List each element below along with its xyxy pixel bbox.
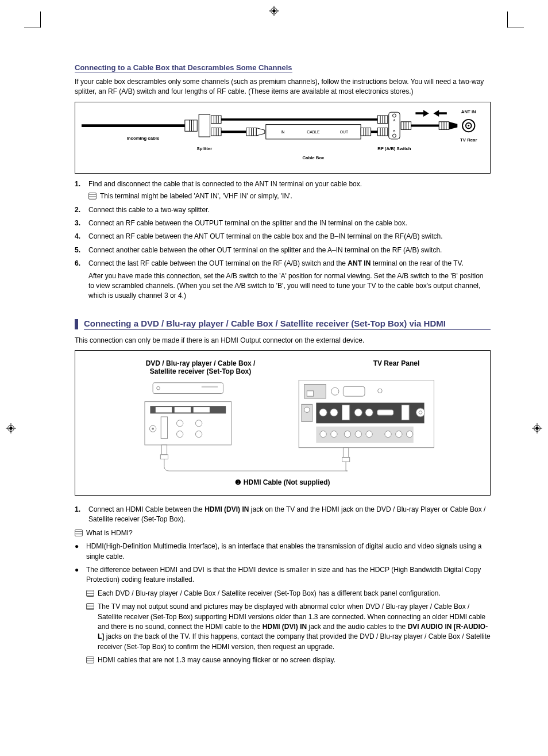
svg-marker-74 <box>415 110 429 117</box>
step-number: 4. <box>75 232 88 241</box>
section1-intro: If your cable box descrambles only some … <box>75 77 491 97</box>
hdmi-cable-label: ❶ HDMI Cable (Not supplied) <box>87 478 478 486</box>
bullet-hdmi-vs-dvi: ● The difference between HDMI and DVI is… <box>75 565 491 669</box>
step-2: 2.Connect this cable to a two-way splitt… <box>75 205 491 215</box>
step-text: Connect the last RF cable between the OU… <box>88 259 464 267</box>
section2-notes: What is HDMI? ● HDMI(High-Definition Mul… <box>75 528 491 669</box>
svg-rect-100 <box>307 391 313 396</box>
svg-rect-125 <box>343 448 348 458</box>
svg-rect-102 <box>343 386 365 396</box>
step-number: 3. <box>75 218 88 228</box>
svg-point-105 <box>304 407 310 412</box>
note-icon <box>86 603 94 610</box>
step-1-hdmi: 1. Connect an HDMI Cable between the HDM… <box>75 505 491 525</box>
section-heading-hdmi: Connecting a DVD / Blu-ray player / Cabl… <box>84 318 491 330</box>
svg-text:OUT: OUT <box>340 130 348 134</box>
svg-rect-101 <box>331 387 339 395</box>
step-text: Connect another cable between the other … <box>88 245 491 255</box>
svg-point-124 <box>407 431 413 438</box>
svg-point-118 <box>331 431 337 438</box>
registration-mark-icon <box>6 423 16 433</box>
step-number: 1. <box>75 505 88 525</box>
svg-point-114 <box>416 408 424 417</box>
svg-rect-87 <box>175 407 191 412</box>
svg-rect-112 <box>377 410 393 415</box>
svg-text:Cable Box: Cable Box <box>302 155 325 160</box>
crop-mark <box>507 11 508 28</box>
section1-steps: 1. Find and disconnect the cable that is… <box>75 179 491 301</box>
step-6: 6. Connect the last RF cable between the… <box>75 259 491 301</box>
step-4: 4.Connect an RF cable between the ANT OU… <box>75 232 491 241</box>
svg-point-79 <box>468 125 469 126</box>
note-icon <box>75 529 83 536</box>
svg-point-90 <box>152 428 154 430</box>
crop-mark <box>508 28 524 28</box>
note-text: What is HDMI? <box>86 528 491 538</box>
note-icon <box>88 193 97 199</box>
svg-point-122 <box>385 431 391 438</box>
section2-intro: This connection can only be made if ther… <box>75 336 491 346</box>
svg-rect-113 <box>402 405 409 420</box>
diagram-cable-box-connection: Incoming cable Splitter IN CABLE OUT Cab… <box>75 102 491 174</box>
diagram-right-label: TV Rear Panel <box>373 359 420 375</box>
registration-mark-icon <box>269 6 279 16</box>
step-number: 5. <box>75 245 88 255</box>
step-5: 5.Connect another cable between the othe… <box>75 245 491 255</box>
bullet-hdmi-def: ● HDMI(High-Definition Multimedia Interf… <box>75 542 491 562</box>
step-1: 1. Find and disconnect the cable that is… <box>75 179 491 202</box>
page-content: Connecting to a Cable Box that Descrambl… <box>0 11 548 756</box>
svg-marker-42 <box>256 128 265 136</box>
step-text: Connect an HDMI Cable between the HDMI (… <box>88 505 491 525</box>
crop-mark <box>40 11 41 28</box>
nested-note-1: Each DVD / Blu-ray player / Cable Box / … <box>86 589 491 598</box>
svg-point-108 <box>330 409 338 416</box>
svg-text:Incoming cable: Incoming cable <box>127 136 160 141</box>
svg-point-120 <box>355 431 361 438</box>
diagram-left-label: DVD / Blu-ray player / Cable Box / Satel… <box>146 359 256 375</box>
svg-rect-83 <box>202 386 218 387</box>
step-3: 3.Connect an RF cable between the OUTPUT… <box>75 218 491 228</box>
svg-rect-86 <box>156 407 172 412</box>
registration-mark-icon <box>532 423 542 433</box>
what-is-hdmi: What is HDMI? <box>75 528 491 538</box>
note-text: Each DVD / Blu-ray player / Cable Box / … <box>98 589 491 598</box>
svg-marker-73 <box>449 122 458 130</box>
svg-rect-91 <box>161 417 167 439</box>
svg-rect-126 <box>342 458 350 462</box>
note-text: HDMI cables that are not 1.3 may cause a… <box>98 655 491 665</box>
bullet-text: The difference between HDMI and DVI is t… <box>86 566 481 584</box>
step-after-text: After you have made this connection, set… <box>88 271 491 301</box>
svg-text:ANT IN: ANT IN <box>461 109 476 114</box>
note-icon <box>86 657 94 663</box>
step-number: 6. <box>75 259 88 301</box>
bullet-icon: ● <box>75 542 86 562</box>
step-text: Find and disconnect the cable that is co… <box>88 180 362 188</box>
svg-rect-22 <box>199 114 210 137</box>
step-number: 1. <box>75 179 88 202</box>
svg-text:A: A <box>393 118 396 122</box>
step-text: Connect this cable to a two-way splitter… <box>88 205 491 215</box>
svg-text:IN: IN <box>281 130 285 134</box>
svg-text:RF (A/B) Switch: RF (A/B) Switch <box>377 146 411 151</box>
svg-text:Splitter: Splitter <box>197 146 213 151</box>
bullet-icon: ● <box>75 565 86 669</box>
svg-marker-75 <box>434 110 447 117</box>
svg-rect-109 <box>342 405 350 420</box>
svg-rect-81 <box>153 383 223 394</box>
step-text: Connect an RF cable between the ANT OUT … <box>88 232 491 241</box>
crop-mark <box>24 28 40 28</box>
step-number: 2. <box>75 205 88 215</box>
svg-point-121 <box>366 431 372 438</box>
heading-bar-icon <box>75 319 78 329</box>
note-text: The TV may not output sound and pictures… <box>98 602 491 652</box>
svg-text:CABLE: CABLE <box>307 130 320 134</box>
nested-note-2: The TV may not output sound and pictures… <box>86 602 491 652</box>
svg-point-123 <box>396 431 402 438</box>
svg-point-107 <box>319 409 327 416</box>
svg-text:TV Rear: TV Rear <box>460 137 477 143</box>
note-icon <box>86 590 94 597</box>
svg-text:B: B <box>393 129 396 133</box>
bullet-text: HDMI(High-Definition Multimedia Interfac… <box>86 542 491 562</box>
svg-point-111 <box>365 409 373 416</box>
svg-rect-97 <box>160 455 168 459</box>
